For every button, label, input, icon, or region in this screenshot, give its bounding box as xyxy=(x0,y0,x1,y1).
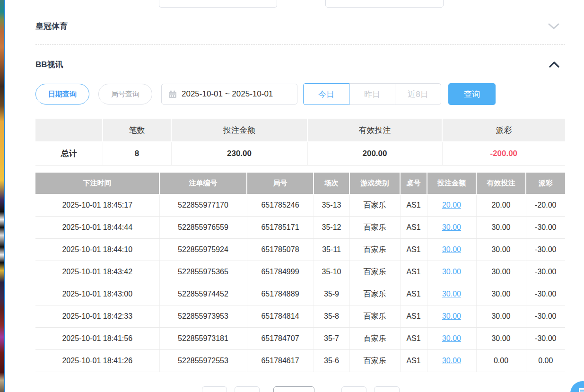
round-id-cell: 651785171 xyxy=(247,217,314,239)
detail-header-round-id: 局号 xyxy=(247,173,314,194)
pagination-jump-button[interactable] xyxy=(374,386,400,392)
detail-header-valid-bet: 有效投注 xyxy=(476,173,526,194)
session-cell: 35-9 xyxy=(314,283,349,305)
bet-amount-cell: 30.00 xyxy=(427,261,476,283)
round-id-cell: 651785078 xyxy=(247,239,314,261)
payout-cell: -30.00 xyxy=(526,239,565,261)
game-type-cell: 百家乐 xyxy=(349,239,400,261)
detail-header-game-type: 游戏类别 xyxy=(349,173,400,194)
summary-header-row: 笔数 投注金额 有效投注 派彩 xyxy=(35,119,565,142)
session-cell: 35-12 xyxy=(314,217,349,239)
summary-header-valid-bet: 有效投注 xyxy=(307,119,442,142)
section-title-crown-sports: 皇冠体育 xyxy=(35,21,68,32)
detail-table-body: 2025-10-01 18:45:17522855977170651785246… xyxy=(35,194,565,372)
total-payout: -200.00 xyxy=(442,142,565,165)
quick-date-group: 今日 昨日 近8日 xyxy=(303,83,441,105)
chevron-down-icon[interactable] xyxy=(548,23,559,30)
total-count: 8 xyxy=(103,142,171,165)
session-cell: 35-6 xyxy=(314,350,349,372)
table-no-cell: AS1 xyxy=(400,194,427,217)
date-range-value: 2025-10-01 ~ 2025-10-01 xyxy=(182,89,273,99)
chevron-up-icon[interactable] xyxy=(549,61,559,68)
bet-amount-link[interactable]: 30.00 xyxy=(442,357,461,365)
table-row: 2025-10-01 18:43:00522855974452651784889… xyxy=(35,283,565,305)
round-id-cell: 651784999 xyxy=(247,261,314,283)
search-button[interactable]: 查询 xyxy=(448,83,496,105)
game-type-cell: 百家乐 xyxy=(349,350,400,372)
payout-cell: -30.00 xyxy=(526,305,565,328)
valid-bet-cell: 30.00 xyxy=(476,283,526,305)
round-id-cell: 651784617 xyxy=(247,350,314,372)
payout-cell: -30.00 xyxy=(526,283,565,305)
bet-id-cell: 522855973181 xyxy=(159,328,247,350)
table-no-cell: AS1 xyxy=(400,328,427,350)
detail-header-payout: 派彩 xyxy=(526,173,565,194)
session-cell: 35-13 xyxy=(314,194,349,217)
detail-header-table-no: 桌号 xyxy=(400,173,427,194)
bet-amount-link[interactable]: 30.00 xyxy=(442,312,461,320)
calendar-icon xyxy=(168,90,177,98)
section-crown-sports[interactable]: 皇冠体育 xyxy=(35,21,565,32)
bet-id-cell: 522855976559 xyxy=(159,217,247,239)
bet-time-cell: 2025-10-01 18:43:42 xyxy=(35,261,159,283)
valid-bet-cell: 30.00 xyxy=(476,217,526,239)
page: 皇冠体育 BB视讯 日期查询 局号查询 xyxy=(0,0,584,392)
table-no-cell: AS1 xyxy=(400,239,427,261)
section-title-bb-video: BB视讯 xyxy=(35,59,63,70)
game-type-cell: 百家乐 xyxy=(349,194,400,217)
bet-time-cell: 2025-10-01 18:42:33 xyxy=(35,305,159,328)
session-cell: 35-8 xyxy=(314,305,349,328)
payout-cell: -30.00 xyxy=(526,261,565,283)
valid-bet-cell: 30.00 xyxy=(476,239,526,261)
bet-amount-cell: 30.00 xyxy=(427,283,476,305)
pagination-prev-button[interactable] xyxy=(202,386,227,392)
table-row: 2025-10-01 18:45:17522855977170651785246… xyxy=(35,194,565,217)
detail-header-session: 场次 xyxy=(314,173,349,194)
bet-amount-link[interactable]: 30.00 xyxy=(442,334,461,342)
bet-time-cell: 2025-10-01 18:44:44 xyxy=(35,217,159,239)
summary-table: 笔数 投注金额 有效投注 派彩 总计 8 230.00 200.00 -200.… xyxy=(35,119,565,166)
background-strip-border xyxy=(4,0,5,392)
date-range-picker[interactable]: 2025-10-01 ~ 2025-10-01 xyxy=(161,84,297,105)
table-row: 2025-10-01 18:42:33522855973953651784814… xyxy=(35,305,565,328)
filter-toolbar: 日期查询 局号查询 2025- xyxy=(35,83,565,105)
service-doc-icon xyxy=(579,388,584,392)
background-page-strip xyxy=(0,0,4,392)
pagination-page-input[interactable] xyxy=(273,386,314,392)
valid-bet-cell: 30.00 xyxy=(476,305,526,328)
date-query-tab[interactable]: 日期查询 xyxy=(35,84,89,105)
bet-id-cell: 522855975365 xyxy=(159,261,247,283)
bet-amount-link[interactable]: 20.00 xyxy=(442,201,461,209)
round-id-cell: 651784707 xyxy=(247,328,314,350)
payout-cell: -20.00 xyxy=(526,194,565,217)
bet-amount-link[interactable]: 30.00 xyxy=(442,268,461,276)
detail-header-bet-time: 下注时间 xyxy=(35,173,159,194)
valid-bet-cell: 30.00 xyxy=(476,261,526,283)
round-id-cell: 651784889 xyxy=(247,283,314,305)
table-no-cell: AS1 xyxy=(400,217,427,239)
bet-amount-link[interactable]: 30.00 xyxy=(442,223,461,231)
customer-service-bubble[interactable] xyxy=(570,381,584,392)
bet-amount-cell: 20.00 xyxy=(427,194,476,217)
table-row: 2025-10-01 18:41:26522855972553651784617… xyxy=(35,350,565,372)
bet-id-cell: 522855977170 xyxy=(159,194,247,217)
valid-bet-cell: 20.00 xyxy=(476,194,526,217)
last-8-days-button[interactable]: 近8日 xyxy=(395,83,441,105)
pagination-next-button[interactable] xyxy=(341,386,366,392)
yesterday-button[interactable]: 昨日 xyxy=(349,83,395,105)
total-valid-bet: 200.00 xyxy=(307,142,442,165)
bet-id-cell: 522855972553 xyxy=(159,350,247,372)
game-type-cell: 百家乐 xyxy=(349,217,400,239)
pagination-page-button[interactable] xyxy=(235,386,260,392)
detail-header-bet-amount: 投注金额 xyxy=(427,173,476,194)
bet-time-cell: 2025-10-01 18:44:10 xyxy=(35,239,159,261)
valid-bet-cell: 30.00 xyxy=(476,328,526,350)
round-id-cell: 651785246 xyxy=(247,194,314,217)
section-bb-video[interactable]: BB视讯 xyxy=(35,59,565,70)
bet-amount-link[interactable]: 30.00 xyxy=(442,290,461,298)
bet-amount-link[interactable]: 30.00 xyxy=(442,245,461,253)
summary-total-row: 总计 8 230.00 200.00 -200.00 xyxy=(35,142,565,165)
round-query-tab[interactable]: 局号查询 xyxy=(98,84,152,105)
today-button[interactable]: 今日 xyxy=(303,83,349,105)
detail-header-row: 下注时间注单编号局号场次游戏类别桌号投注金额有效投注派彩 xyxy=(35,173,565,194)
